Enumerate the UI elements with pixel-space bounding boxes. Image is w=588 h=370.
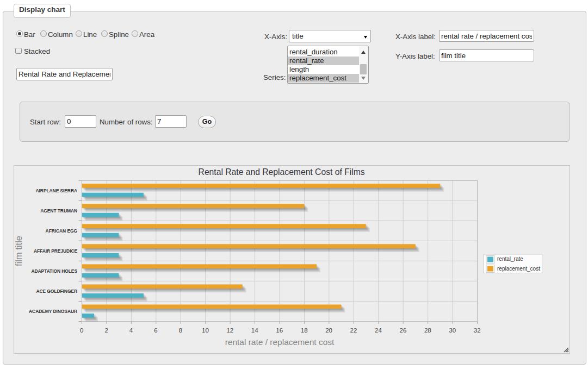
- svg-text:0: 0: [80, 327, 83, 334]
- svg-text:16: 16: [276, 327, 283, 334]
- svg-text:2: 2: [104, 327, 108, 334]
- svg-text:30: 30: [449, 327, 456, 334]
- svg-text:32: 32: [474, 327, 481, 334]
- svg-text:AFFAIR PREJUDICE: AFFAIR PREJUDICE: [34, 248, 78, 254]
- svg-text:10: 10: [202, 327, 209, 334]
- svg-text:film title: film title: [14, 236, 23, 266]
- svg-text:14: 14: [251, 327, 258, 334]
- svg-text:6: 6: [154, 327, 157, 334]
- svg-text:12: 12: [226, 327, 233, 334]
- svg-text:replacement_cost: replacement_cost: [497, 266, 540, 272]
- svg-text:4: 4: [129, 327, 133, 334]
- svg-text:rental rate / replacement cost: rental rate / replacement cost: [225, 337, 335, 347]
- svg-text:AIRPLANE SIERRA: AIRPLANE SIERRA: [36, 188, 77, 193]
- svg-text:AFRICAN EGG: AFRICAN EGG: [46, 228, 78, 234]
- svg-text:24: 24: [375, 327, 382, 334]
- svg-text:26: 26: [399, 327, 406, 334]
- svg-text:20: 20: [325, 327, 332, 334]
- svg-text:AGENT TRUMAN: AGENT TRUMAN: [40, 208, 77, 214]
- svg-text:8: 8: [179, 327, 182, 334]
- svg-text:ADAPTATION HOLES: ADAPTATION HOLES: [32, 268, 78, 274]
- svg-text:ACADEMY DINOSAUR: ACADEMY DINOSAUR: [29, 309, 77, 314]
- svg-text:ACE GOLDFINGER: ACE GOLDFINGER: [36, 289, 77, 294]
- svg-text:Rental Rate and Replacement Co: Rental Rate and Replacement Cost of Film…: [199, 167, 365, 177]
- svg-text:18: 18: [301, 327, 308, 334]
- svg-text:rental_rate: rental_rate: [497, 256, 523, 262]
- svg-text:22: 22: [350, 327, 357, 334]
- svg-text:28: 28: [424, 327, 431, 334]
